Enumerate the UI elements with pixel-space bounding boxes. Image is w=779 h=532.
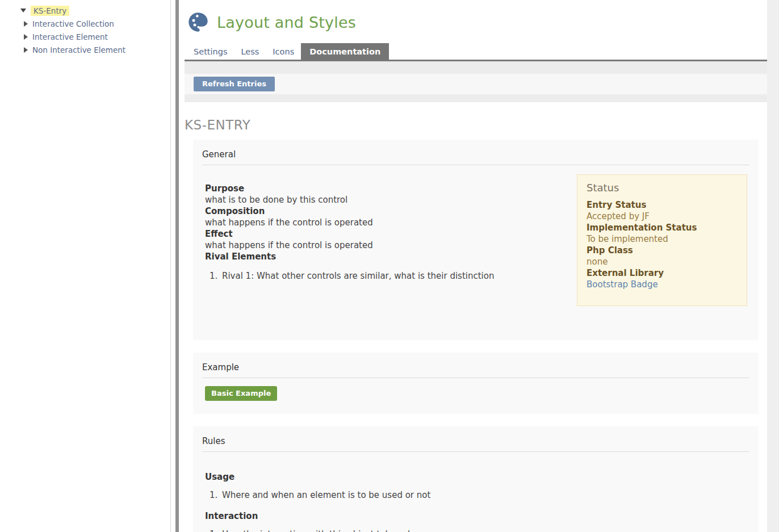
sidebar-splitter-handle[interactable]	[175, 0, 179, 532]
field-label-rival-elements: Rival Elements	[205, 251, 577, 262]
tab-documentation[interactable]: Documentation	[301, 43, 389, 60]
general-fields: Purpose what is to be done by this contr…	[202, 183, 577, 320]
status-heading: Status	[587, 182, 738, 194]
entry-tree: KS-Entry Interactive Collection Interact…	[0, 4, 170, 56]
basic-example-badge[interactable]: Basic Example	[205, 386, 277, 401]
refresh-entries-button[interactable]: Refresh Entries	[194, 77, 275, 91]
palette-icon	[187, 11, 210, 33]
tab-settings[interactable]: Settings	[187, 44, 234, 60]
tab-icons[interactable]: Icons	[266, 44, 301, 60]
field-label-purpose: Purpose	[205, 183, 577, 194]
tree-item-interactive-element[interactable]: Interactive Element	[0, 30, 170, 43]
status-value-external-library: Bootstrap Badge	[587, 279, 738, 290]
status-value-implementation-status: To be implemented	[587, 233, 738, 245]
rule-item: How the interaction with this object tak…	[220, 529, 749, 532]
field-value-rival-elements: Rival 1: What other controls are similar…	[205, 270, 577, 282]
rule-label-usage: Usage	[205, 471, 749, 483]
field-value-composition: what happens if the control is operated	[205, 217, 577, 228]
external-library-link[interactable]: Bootstrap Badge	[587, 279, 658, 290]
field-label-effect: Effect	[205, 228, 577, 240]
caret-right-icon[interactable]	[24, 47, 28, 53]
general-panel-body: Purpose what is to be done by this contr…	[202, 165, 749, 329]
example-panel: Example Basic Example	[193, 353, 759, 414]
toolbar-container: Refresh Entries	[185, 61, 767, 102]
usage-rule-list: Where and when an element is to be used …	[205, 489, 749, 501]
main-content: Layout and Styles Settings Less Icons Do…	[185, 0, 779, 532]
field-value-effect: what happens if the control is operated	[205, 240, 577, 251]
example-panel-heading: Example	[202, 362, 749, 372]
tree-item-non-interactive-element[interactable]: Non Interactive Element	[0, 43, 170, 56]
status-fields: Entry Status Accepted by JF Implementati…	[587, 199, 738, 290]
app-window: KS-Entry Interactive Collection Interact…	[0, 0, 779, 532]
entry-section-title: KS-ENTRY	[185, 118, 767, 132]
status-label-entry-status: Entry Status	[587, 199, 738, 211]
rule-value-usage: Where and when an element is to be used …	[205, 489, 749, 501]
rule-value-interaction: How the interaction with this object tak…	[205, 529, 749, 532]
field-label-composition: Composition	[205, 206, 577, 217]
status-value-php-class: none	[587, 256, 738, 267]
rival-elements-list: Rival 1: What other controls are similar…	[205, 270, 577, 282]
interaction-rule-list: How the interaction with this object tak…	[205, 529, 749, 532]
status-label-php-class: Php Class	[587, 245, 738, 256]
panel-divider	[202, 451, 749, 452]
panel-divider	[202, 378, 749, 378]
general-panel: General Purpose what is to be done by th…	[193, 140, 759, 340]
tree-item-label[interactable]: Interactive Collection	[32, 19, 114, 28]
status-value-entry-status: Accepted by JF	[587, 211, 738, 222]
rule-label-interaction: Interaction	[205, 510, 749, 522]
rules-panel: Rules Usage Where and when an element is…	[193, 426, 759, 532]
rule-item: Where and when an element is to be used …	[220, 489, 749, 501]
page-right-gutter	[767, 0, 779, 532]
toolbar: Refresh Entries	[185, 74, 767, 94]
page-header: Layout and Styles	[185, 0, 767, 33]
splitter-gutter	[171, 0, 185, 532]
caret-right-icon[interactable]	[24, 34, 28, 40]
caret-right-icon[interactable]	[24, 21, 28, 27]
tree-item-interactive-collection[interactable]: Interactive Collection	[0, 17, 170, 30]
rival-element-item: Rival 1: What other controls are similar…	[220, 270, 577, 282]
tree-item-ks-entry[interactable]: KS-Entry	[0, 4, 170, 17]
sidebar: KS-Entry Interactive Collection Interact…	[0, 0, 171, 532]
status-label-external-library: External Library	[587, 267, 738, 279]
tree-item-label[interactable]: KS-Entry	[31, 6, 69, 16]
status-label-implementation-status: Implementation Status	[587, 222, 738, 233]
rules-panel-heading: Rules	[202, 436, 749, 446]
tab-less[interactable]: Less	[234, 44, 266, 60]
general-panel-heading: General	[202, 149, 749, 160]
rules-list: Usage Where and when an element is to be…	[202, 460, 749, 532]
tab-bar: Settings Less Icons Documentation	[185, 43, 767, 61]
status-callout: Status Entry Status Accepted by JF Imple…	[577, 174, 747, 306]
page-title: Layout and Styles	[217, 14, 356, 31]
tree-item-label[interactable]: Interactive Element	[32, 32, 108, 41]
field-value-purpose: what is to be done by this control	[205, 194, 577, 206]
caret-down-icon[interactable]	[20, 9, 26, 12]
tree-item-label[interactable]: Non Interactive Element	[32, 45, 125, 55]
